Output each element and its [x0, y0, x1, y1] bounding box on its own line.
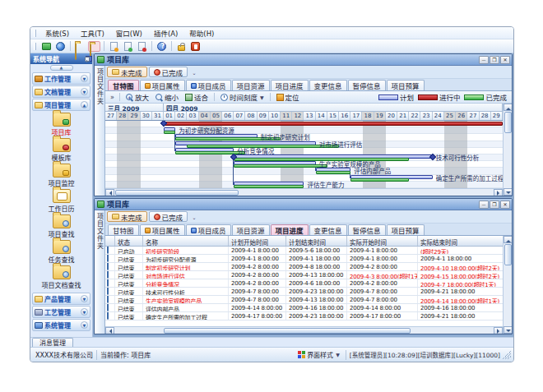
save-folder-icon[interactable]: [88, 41, 100, 52]
sidebar-section-3[interactable]: 产品管理▼: [32, 293, 90, 305]
tab-暂停信息[interactable]: 暂停信息: [348, 80, 386, 90]
vscroll-thumb[interactable]: [504, 112, 512, 133]
menu-item-1[interactable]: 工具(T): [75, 27, 110, 39]
progress-table[interactable]: 已启动初步研究阶段2009-4-1 8:00:002009-5-6 18:00:…: [105, 247, 503, 326]
sidebar-item-4[interactable]: 项目查找: [32, 214, 90, 238]
scroll-right-button[interactable]: [494, 327, 503, 334]
doc-edit-icon[interactable]: [122, 41, 134, 52]
column-header-名称[interactable]: 名称: [143, 236, 229, 246]
column-header-状态[interactable]: 状态: [115, 236, 143, 246]
monitor-icon[interactable]: [40, 41, 53, 52]
table-row[interactable]: 已结束对市场进行评估2009-4-2 8:00:002009-4-13 18:0…: [105, 271, 503, 279]
scroll-down-button[interactable]: [504, 326, 513, 334]
gantt-bar-actual[interactable]: [234, 164, 327, 168]
project-folder-vtab[interactable]: 项目文件夹: [95, 66, 105, 196]
table-hscrollbar[interactable]: [105, 326, 503, 334]
gantt-bar-actual[interactable]: [350, 178, 409, 182]
window-titlebar[interactable]: 项目库: [95, 54, 512, 66]
sidebar-section-4[interactable]: 工艺管理▼: [32, 306, 90, 318]
column-header-实际开始时间[interactable]: 实际开始时间: [347, 236, 418, 246]
menu-item-4[interactable]: 帮助(H): [183, 27, 220, 39]
gantt-fit-button[interactable]: 适合: [182, 92, 211, 103]
tab-变更信息[interactable]: 变更信息: [309, 224, 347, 235]
gantt-locate-button[interactable]: 定位: [273, 92, 303, 103]
filter-unfinished-button[interactable]: 未完成: [107, 211, 147, 222]
menubar-grip[interactable]: [34, 30, 36, 37]
help-icon[interactable]: [155, 41, 168, 52]
menu-item-0[interactable]: 系统(S): [39, 27, 75, 39]
tab-项目资源[interactable]: 项目资源: [232, 80, 270, 90]
sidebar-item-2[interactable]: 项目监控: [32, 164, 90, 187]
sidebar-section-0[interactable]: 工作管理▼: [32, 72, 90, 85]
table-row[interactable]: 已结束技术可行性分析2009-4-7 8:00:002009-4-23 18:0…: [105, 288, 503, 296]
scroll-right-button[interactable]: [494, 189, 503, 196]
exit-icon[interactable]: [189, 41, 202, 52]
column-header-实际结束时间[interactable]: 实际结束时间: [418, 236, 503, 246]
maximize-button[interactable]: [490, 201, 499, 209]
hscroll-thumb[interactable]: [164, 328, 411, 334]
tab-项目属性[interactable]: 项目属性: [140, 80, 185, 90]
close-button[interactable]: [500, 201, 510, 209]
filter-finished-button[interactable]: 已完成: [149, 211, 188, 222]
tab-项目进度[interactable]: 项目进度: [271, 224, 309, 235]
tab-项目资源[interactable]: 项目资源: [232, 224, 270, 235]
menu-item-3[interactable]: 插件(A): [148, 27, 183, 39]
chevron-down-icon[interactable]: ▼: [81, 321, 88, 329]
interface-style-button[interactable]: 界面样式 ▼: [295, 349, 342, 360]
gantt-bar-actual[interactable]: [164, 131, 175, 134]
tab-项目属性[interactable]: 项目属性: [140, 224, 185, 235]
close-button[interactable]: [500, 56, 510, 64]
tab-变更信息[interactable]: 变更信息: [309, 80, 347, 90]
tab-项目成员[interactable]: 项目成员: [186, 224, 231, 235]
scroll-up-button[interactable]: [504, 236, 513, 243]
table-vscrollbar[interactable]: [503, 236, 512, 334]
chevron-down-icon[interactable]: ▼: [81, 75, 88, 82]
table-row[interactable]: 已结束确定生产所需的加工过程2009-4-17 8:00:002009-4-23…: [105, 312, 503, 321]
scroll-down-button[interactable]: [504, 188, 513, 196]
column-header-计划结束时间[interactable]: 计划结束时间: [286, 236, 347, 246]
sidebar-section-1[interactable]: 文档管理▼: [32, 85, 90, 98]
gantt-chart-body[interactable]: 为初步研究分配资源制定初步研究计划对市场进行评估分析竞争情况技术可行性分析生产实…: [105, 121, 503, 188]
gantt-bar-summary[interactable]: [164, 122, 503, 126]
sidebar-item-5[interactable]: 任务查找: [32, 240, 90, 264]
tab-暂停信息[interactable]: 暂停信息: [348, 224, 386, 235]
table-row[interactable]: 已结束评估内部产品2009-4-14 8:00:002009-4-16 18:0…: [105, 304, 503, 312]
lock-icon[interactable]: [175, 41, 188, 52]
globe-icon[interactable]: [54, 41, 67, 52]
maximize-button[interactable]: [490, 56, 499, 64]
tab-message-management[interactable]: 消息管理: [32, 338, 73, 347]
sidebar-item-6[interactable]: 项目文档查找: [32, 265, 90, 289]
gantt-bar-actual[interactable]: [234, 185, 304, 188]
gantt-vscrollbar[interactable]: [503, 104, 512, 196]
chevron-down-icon[interactable]: ▼: [81, 88, 88, 95]
table-row[interactable]: 已启动初步研究阶段2009-4-1 8:00:002009-5-6 18:00:…: [105, 247, 503, 255]
sidebar-item-1[interactable]: 模板库: [32, 138, 90, 162]
doc-new-icon[interactable]: [108, 41, 120, 52]
tab-项目预算[interactable]: 项目预算: [387, 80, 425, 90]
sidebar-item-0[interactable]: 项目库: [32, 113, 90, 136]
filter-overflow-button[interactable]: ⌄: [189, 212, 199, 222]
chevron-down-icon[interactable]: ▼: [81, 295, 88, 302]
table-row[interactable]: 已结束分析竞争情况2009-4-2 8:00:002009-4-6 18:00:…: [105, 279, 503, 288]
sidebar-section-5[interactable]: 系统管理▼: [32, 319, 90, 331]
hscroll-thumb[interactable]: [115, 190, 239, 196]
gantt-bar-actual[interactable]: [187, 145, 339, 148]
collapse-all-button[interactable]: ▲: [50, 65, 73, 71]
table-row[interactable]: 已结束制定初步研究计划2009-4-2 8:00:002009-4-8 18:0…: [105, 263, 503, 271]
filter-overflow-button[interactable]: ⌄: [189, 67, 199, 77]
minimize-button[interactable]: [479, 56, 489, 64]
tab-项目进度[interactable]: 项目进度: [271, 80, 309, 90]
vscroll-thumb[interactable]: [504, 244, 512, 265]
menu-item-2[interactable]: 窗口(W): [110, 27, 148, 39]
project-folder-vtab[interactable]: 项目文件夹: [95, 210, 105, 334]
gantt-hscrollbar[interactable]: [105, 188, 503, 196]
resize-grip[interactable]: [503, 351, 511, 359]
column-header-icon[interactable]: [105, 236, 115, 246]
sidebar-section-2[interactable]: 项目管理▲: [32, 99, 90, 111]
gantt-toolbar-overflow[interactable]: »: [108, 94, 117, 101]
gantt-timescale-button[interactable]: 时间刻度▼: [217, 92, 267, 103]
gantt-zoom-in-button[interactable]: +放大: [123, 92, 152, 103]
column-header-计划开始时间[interactable]: 计划开始时间: [229, 236, 286, 246]
chevron-up-icon[interactable]: ▲: [81, 101, 88, 108]
doc-delete-icon[interactable]: [136, 41, 148, 52]
